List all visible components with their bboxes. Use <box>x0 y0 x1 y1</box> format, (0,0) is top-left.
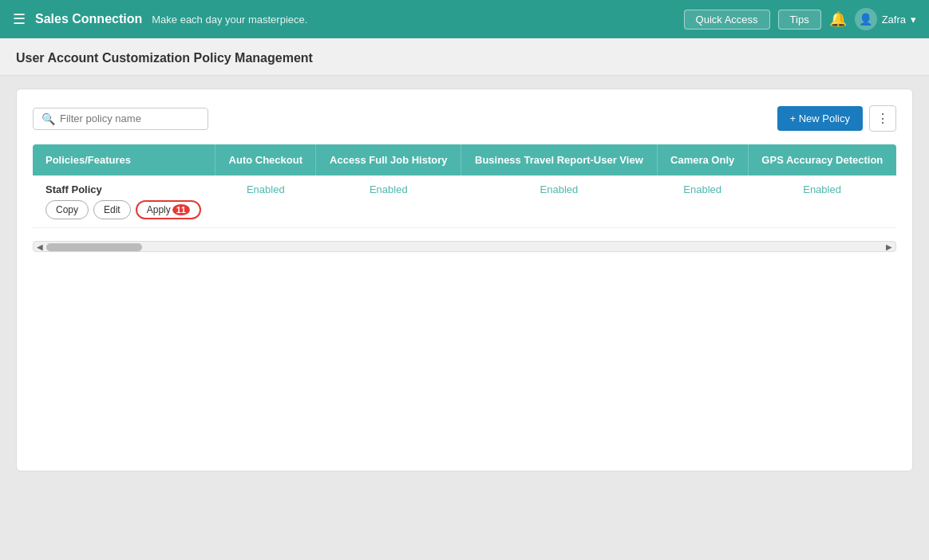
new-policy-button[interactable]: + New Policy <box>777 106 864 131</box>
access-full-job-history-value: Enabled <box>370 183 408 195</box>
scroll-right-arrow[interactable]: ▶ <box>883 242 895 251</box>
apply-badge: 11 <box>172 204 190 215</box>
col-policies-features: Policies/Features <box>33 144 215 175</box>
topnav: ☰ Sales Connection Make each day your ma… <box>0 0 929 38</box>
tagline: Make each day your masterpiece. <box>152 14 674 26</box>
main-content: 🔍 + New Policy ⋮ Policies/Features Auto … <box>0 76 929 484</box>
policy-card: 🔍 + New Policy ⋮ Policies/Features Auto … <box>16 89 913 471</box>
apply-button[interactable]: Apply11 <box>136 200 201 219</box>
policy-name: Staff Policy <box>45 183 203 195</box>
camera-only-cell: Enabled <box>657 175 748 228</box>
brand-name: Sales Connection <box>35 12 142 26</box>
search-input[interactable] <box>60 112 200 124</box>
business-travel-value: Enabled <box>540 183 579 195</box>
user-name: Zafra <box>882 14 906 26</box>
col-gps-accuracy: GPS Accuracy Detection <box>748 144 896 175</box>
menu-icon[interactable]: ☰ <box>13 10 26 28</box>
auto-checkout-cell: Enabled <box>215 175 316 228</box>
more-options-button[interactable]: ⋮ <box>869 105 896 132</box>
col-auto-checkout: Auto Checkout <box>215 144 316 175</box>
page-header: User Account Customization Policy Manage… <box>0 38 929 76</box>
toolbar-right: + New Policy ⋮ <box>777 105 897 132</box>
scroll-thumb[interactable] <box>46 243 142 251</box>
tips-button[interactable]: Tips <box>778 10 821 30</box>
user-avatar: 👤 <box>855 8 877 30</box>
search-box[interactable]: 🔍 <box>33 108 208 130</box>
col-camera-only: Camera Only <box>657 144 748 175</box>
notifications-icon[interactable]: 🔔 <box>829 10 847 28</box>
camera-only-value: Enabled <box>683 183 721 195</box>
action-buttons: Copy Edit Apply11 <box>45 200 203 219</box>
user-dropdown-icon: ▾ <box>911 14 916 26</box>
auto-checkout-value: Enabled <box>247 183 285 195</box>
policy-name-cell: Staff Policy Copy Edit Apply11 <box>33 175 215 228</box>
apply-button-label: Apply <box>147 204 171 215</box>
page-title: User Account Customization Policy Manage… <box>16 51 913 65</box>
user-menu[interactable]: 👤 Zafra ▾ <box>855 8 916 30</box>
topnav-right: Quick Access Tips 🔔 👤 Zafra ▾ <box>684 8 916 30</box>
col-business-travel: Business Travel Report-User View <box>461 144 658 175</box>
scroll-left-arrow[interactable]: ◀ <box>34 242 46 251</box>
gps-accuracy-cell: Enabled <box>748 175 896 228</box>
search-icon: 🔍 <box>42 112 55 125</box>
table-row: Staff Policy Copy Edit Apply11 Enabled <box>33 175 896 228</box>
business-travel-cell: Enabled <box>461 175 658 228</box>
gps-accuracy-value: Enabled <box>803 183 841 195</box>
col-access-full-job-history: Access Full Job History <box>316 144 461 175</box>
policy-table: Policies/Features Auto Checkout Access F… <box>33 144 896 228</box>
horizontal-scrollbar[interactable]: ◀ ▶ <box>33 241 896 252</box>
copy-button[interactable]: Copy <box>45 200 89 219</box>
edit-button[interactable]: Edit <box>93 200 131 219</box>
access-full-job-history-cell: Enabled <box>316 175 461 228</box>
table-header-row: Policies/Features Auto Checkout Access F… <box>33 144 896 175</box>
toolbar: 🔍 + New Policy ⋮ <box>33 105 896 132</box>
quick-access-button[interactable]: Quick Access <box>684 10 770 30</box>
